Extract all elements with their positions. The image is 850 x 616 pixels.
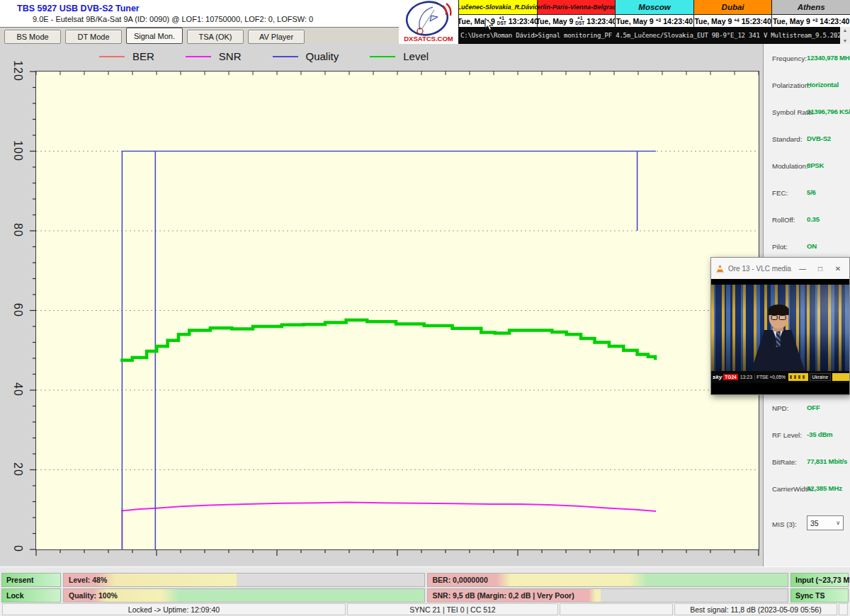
parameter-value: Horizontal xyxy=(807,81,839,89)
clock-offset-value: +3 xyxy=(812,18,817,23)
parameter-label: RollOff: xyxy=(772,216,795,224)
ticker-headline-strip xyxy=(788,373,808,381)
tg24-logo: TG24 xyxy=(723,374,737,380)
clock-hms: 15:23:40 xyxy=(742,17,771,25)
vlc-window-title: Ore 13 - VLC media player xyxy=(728,265,792,273)
parameter-value: OFF xyxy=(807,404,820,411)
sky-logo: sky xyxy=(713,374,722,380)
parameter-value: 5/6 xyxy=(807,188,816,196)
legend-label: Quality xyxy=(306,50,339,62)
tab-av-player[interactable]: AV Player xyxy=(248,30,305,44)
sync-counters-cell: SYNC 21 | TEI 0 | CC 512 xyxy=(347,603,558,615)
legend-item-level: Level xyxy=(370,50,429,62)
snr-bar-label: SNR: 9,5 dB (Margin: 0,2 dB | Very Poor) xyxy=(433,591,574,600)
clock-date: Tue, May 9 xyxy=(616,17,654,25)
tab-signal-mon-[interactable]: Signal Mon. xyxy=(126,28,183,44)
clock-lu-enec-slovakia-r-d-vid: Lučenec-Slovakia_R.DávidTue, May 9+1DST1… xyxy=(458,0,537,27)
chart-legend: BERSNRQualityLevel xyxy=(99,50,429,62)
y-axis-tick-label: 120 xyxy=(11,60,24,81)
tab-bs-mode[interactable]: BS Mode xyxy=(4,30,61,44)
ticker-market-quote: FTSE +0,05% xyxy=(754,375,787,380)
tab-tsa-ok-[interactable]: TSA (OK) xyxy=(187,30,244,44)
parameter-label: Standard: xyxy=(772,135,802,143)
legend-item-quality: Quality xyxy=(273,50,339,62)
quality-bar-fill xyxy=(64,589,424,602)
scroll-down-icon[interactable]: ▼ xyxy=(843,38,847,43)
legend-line-swatch xyxy=(186,56,211,57)
anchor-head xyxy=(769,306,788,329)
parameter-label: FEC: xyxy=(772,189,788,197)
parameter-row: BitRate:77,831 Mbit/s xyxy=(764,449,850,476)
status-cell-end xyxy=(839,603,848,615)
news-anchor xyxy=(747,306,808,371)
parameter-label: Polarization: xyxy=(772,81,810,89)
chart-canvas xyxy=(36,72,759,549)
y-axis-tick-label: 20 xyxy=(11,462,24,477)
parameter-label: Modulation: xyxy=(772,162,808,170)
parameter-row: Symbol Rate:31396,796 KS/s xyxy=(764,99,850,126)
parameter-value: -35 dBm xyxy=(807,430,832,438)
y-axis-tick-label: 0 xyxy=(11,545,24,552)
parameter-value: 31396,796 KS/s xyxy=(807,108,850,115)
vlc-video-area[interactable]: sky TG24 13:23 FTSE +0,05% Ukraine xyxy=(711,279,849,394)
parameter-row: CarrierWidth:42,385 MHz xyxy=(764,476,850,503)
uptime-status-cell: Locked -> Uptime: 12:09:40 xyxy=(2,603,346,615)
present-badge: Present xyxy=(1,573,61,587)
mouse-cursor-icon xyxy=(484,18,494,31)
clock-time-value: Tue, May 9+1DST13:23:40 xyxy=(459,15,537,27)
status-row-1: Present Level: 48% BER: 0,0000000 Input … xyxy=(0,573,850,587)
ber-bar-label: BER: 0,0000000 xyxy=(433,576,488,584)
terminal-scrollbar[interactable]: ▲ ▼ xyxy=(840,27,850,44)
vlc-minimize-button[interactable]: — xyxy=(795,265,810,273)
clock-time-value: Tue, May 9+415:23:40 xyxy=(694,15,772,27)
terminal-window[interactable]: C:\Users\Roman Dávid>Signal monitoring_P… xyxy=(458,27,850,44)
dxsatcs-logo: DXSATCS.COM xyxy=(399,0,458,44)
mis-select[interactable]: 35∨ xyxy=(807,515,844,530)
anchor-tie xyxy=(776,330,780,347)
parameter-row: NPD:OFF xyxy=(764,395,850,422)
parameter-row: Polarization:Horizontal xyxy=(764,72,850,99)
clock-moscow: MoscowTue, May 9+314:23:40 xyxy=(615,0,693,27)
clock-utc-offset: +4 xyxy=(734,18,739,23)
tab-bar: BS ModeDT ModeSignal Mon.TSA (OK)AV Play… xyxy=(0,27,400,44)
parameter-row: RF Level:-35 dBm xyxy=(764,422,850,449)
transponder-subtitle: 9.0E - Eutelsat 9B/Ka-Sat 9A (ID: 0090) … xyxy=(33,15,313,23)
vlc-maximize-button[interactable]: □ xyxy=(813,265,827,273)
vlc-window[interactable]: Ore 13 - VLC media player — □ ✕ sky TG24… xyxy=(710,257,850,395)
scroll-up-icon[interactable]: ▲ xyxy=(843,28,847,33)
mis-row: MIS (3):35∨ xyxy=(764,511,850,538)
legend-line-swatch xyxy=(273,56,298,57)
parameter-value: DVB-S2 xyxy=(807,135,831,142)
legend-item-ber: BER xyxy=(99,50,154,62)
level-bar-label: Level: 48% xyxy=(69,576,107,584)
satellite-dish-icon: DXSATCS.COM xyxy=(399,0,458,44)
parameter-row: RollOff:0.35 xyxy=(764,207,850,234)
empty-status-cell xyxy=(560,603,673,615)
clock-dst-label: DST xyxy=(575,21,584,26)
terminal-command-line: C:\Users\Roman Dávid>Signal monitoring_P… xyxy=(458,27,840,44)
clock-city-label: Athens xyxy=(772,0,850,15)
status-row-2: Lock Quality: 100% SNR: 9,5 dB (Margin: … xyxy=(0,588,850,603)
clock-date: Tue, May 9 xyxy=(694,17,732,25)
title-area: TBS 5927 USB DVB-S2 Tuner 9.0E - Eutelsa… xyxy=(0,0,459,27)
parameter-row: Modulation:8PSK xyxy=(764,153,850,180)
anchor-hair xyxy=(768,304,788,315)
news-ticker: sky TG24 13:23 FTSE +0,05% Ukraine xyxy=(711,371,849,383)
clock-dubai: DubaiTue, May 9+415:23:40 xyxy=(693,0,772,27)
parameter-row: FEC:5/6 xyxy=(764,180,850,207)
signal-chart-region: BERSNRQualityLevel 020406080100120 xyxy=(0,44,763,566)
clock-city-label: Berlin-Paris-Vienna-Belgrade xyxy=(538,0,616,15)
vlc-cone-icon xyxy=(715,264,725,273)
ber-bar: BER: 0,0000000 xyxy=(427,573,789,587)
vlc-close-button[interactable]: ✕ xyxy=(831,265,845,273)
tab-dt-mode[interactable]: DT Mode xyxy=(65,30,122,44)
status-bar: Locked -> Uptime: 12:09:40 SYNC 21 | TEI… xyxy=(0,603,850,616)
vlc-titlebar[interactable]: Ore 13 - VLC media player — □ ✕ xyxy=(711,258,849,279)
parameter-row: Standard:DVB-S2 xyxy=(764,126,850,153)
clock-time-value: Tue, May 9+314:23:40 xyxy=(772,15,850,27)
parameters-group-top: Frequency:12340,978 MHzPolarization:Hori… xyxy=(764,45,850,261)
clock-dst-label: DST xyxy=(497,21,506,26)
clock-hms: 14:23:40 xyxy=(663,17,693,25)
clock-time-value: Tue, May 9+314:23:40 xyxy=(616,15,693,27)
legend-line-swatch xyxy=(370,56,395,57)
